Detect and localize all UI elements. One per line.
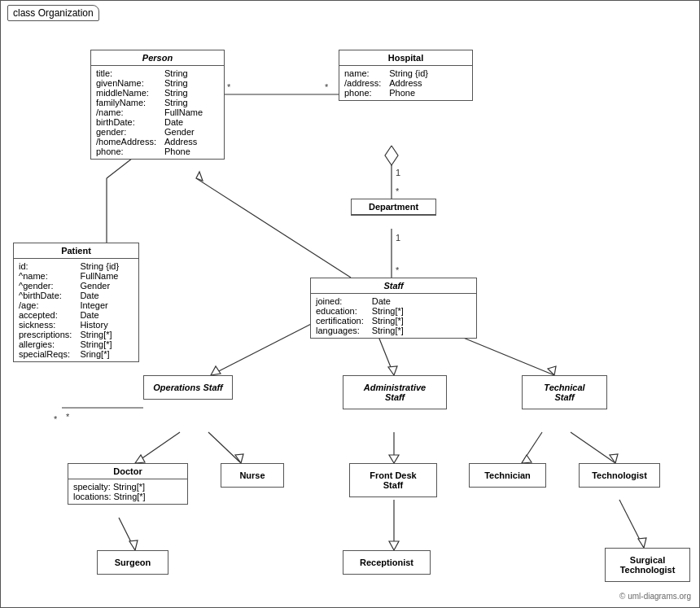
staff-title: Staff bbox=[311, 278, 476, 294]
doctor-title: Doctor bbox=[68, 464, 187, 479]
svg-marker-13 bbox=[196, 172, 203, 181]
svg-text:1: 1 bbox=[396, 233, 400, 243]
technologist-title: Technologist bbox=[580, 464, 659, 487]
svg-marker-29 bbox=[610, 454, 618, 463]
hospital-fields-left: name: /address: phone: bbox=[344, 68, 381, 98]
svg-marker-27 bbox=[522, 455, 532, 463]
svg-line-34 bbox=[619, 500, 644, 548]
tech-staff-box: TechnicalStaff bbox=[522, 375, 607, 409]
staff-box: Staff joined: education: certification: … bbox=[310, 278, 477, 339]
front-desk-title: Front DeskStaff bbox=[350, 464, 436, 496]
svg-line-30 bbox=[119, 518, 135, 550]
svg-text:1: 1 bbox=[396, 168, 400, 177]
staff-body: joined: education: certification: langua… bbox=[311, 294, 476, 338]
ops-staff-title: Operations Staff bbox=[144, 376, 232, 399]
patient-body: id: ^name: ^gender: ^birthDate: /age: ac… bbox=[14, 259, 138, 361]
svg-line-28 bbox=[571, 432, 615, 463]
technologist-box: Technologist bbox=[579, 463, 660, 488]
patient-box: Patient id: ^name: ^gender: ^birthDate: … bbox=[13, 243, 139, 362]
hospital-box: Hospital name: /address: phone: String {… bbox=[339, 50, 473, 101]
patient-fields-right: String {id} FullName Gender Date Integer… bbox=[80, 261, 119, 359]
person-fields-left: title: givenName: middleName: familyName… bbox=[96, 68, 156, 156]
surgeon-box: Surgeon bbox=[97, 550, 168, 575]
person-title: Person bbox=[91, 50, 224, 66]
svg-marker-21 bbox=[135, 455, 145, 463]
nurse-title: Nurse bbox=[221, 464, 283, 487]
diagram-title: class Organization bbox=[7, 5, 99, 21]
front-desk-box: Front DeskStaff bbox=[349, 463, 437, 497]
patient-fields-left: id: ^name: ^gender: ^birthDate: /age: ac… bbox=[19, 261, 72, 359]
nurse-box: Nurse bbox=[221, 463, 284, 488]
ops-staff-box: Operations Staff bbox=[143, 375, 233, 400]
svg-line-26 bbox=[522, 432, 542, 463]
svg-text:*: * bbox=[396, 186, 400, 196]
svg-marker-15 bbox=[211, 366, 221, 375]
svg-text:*: * bbox=[227, 82, 231, 92]
staff-fields-left: joined: education: certification: langua… bbox=[316, 296, 364, 335]
patient-title: Patient bbox=[14, 243, 138, 259]
svg-text:*: * bbox=[66, 412, 70, 422]
svg-marker-17 bbox=[388, 366, 397, 375]
department-title: Department bbox=[352, 199, 435, 215]
surgical-tech-title: SurgicalTechnologist bbox=[606, 549, 689, 581]
receptionist-box: Receptionist bbox=[343, 550, 431, 575]
receptionist-title: Receptionist bbox=[343, 551, 430, 574]
person-fields-right: String String String String FullName Dat… bbox=[164, 68, 203, 156]
doctor-box: Doctor specialty: String[*] locations: S… bbox=[68, 463, 188, 505]
tech-staff-title: TechnicalStaff bbox=[523, 376, 606, 409]
person-body: title: givenName: middleName: familyName… bbox=[91, 66, 224, 159]
svg-line-22 bbox=[208, 432, 241, 463]
svg-marker-23 bbox=[235, 454, 243, 463]
svg-text:*: * bbox=[54, 414, 58, 424]
svg-text:*: * bbox=[396, 265, 400, 275]
diagram-container: class Organization * * 1 * 1 * bbox=[0, 0, 700, 608]
admin-staff-title: AdministrativeStaff bbox=[343, 376, 446, 409]
admin-staff-box: AdministrativeStaff bbox=[343, 375, 447, 409]
technician-box: Technician bbox=[469, 463, 546, 488]
hospital-body: name: /address: phone: String {id} Addre… bbox=[339, 66, 472, 100]
svg-marker-35 bbox=[638, 538, 646, 548]
hospital-title: Hospital bbox=[339, 50, 472, 66]
technician-title: Technician bbox=[470, 464, 545, 487]
svg-line-14 bbox=[211, 318, 322, 375]
staff-fields-right: Date String[*] String[*] String[*] bbox=[372, 296, 404, 335]
hospital-fields-right: String {id} Address Phone bbox=[389, 68, 428, 98]
svg-line-12 bbox=[196, 178, 351, 278]
doctor-body: specialty: String[*] locations: String[*… bbox=[68, 479, 187, 504]
surgical-tech-box: SurgicalTechnologist bbox=[605, 548, 690, 582]
copyright: © uml-diagrams.org bbox=[619, 592, 691, 601]
svg-marker-25 bbox=[389, 455, 399, 463]
svg-marker-19 bbox=[548, 366, 556, 375]
svg-line-20 bbox=[135, 432, 180, 463]
surgeon-title: Surgeon bbox=[98, 551, 168, 574]
svg-text:*: * bbox=[325, 82, 329, 92]
person-box: Person title: givenName: middleName: fam… bbox=[90, 50, 225, 160]
svg-marker-33 bbox=[389, 541, 399, 550]
svg-marker-31 bbox=[129, 540, 138, 550]
department-box: Department bbox=[351, 199, 436, 216]
